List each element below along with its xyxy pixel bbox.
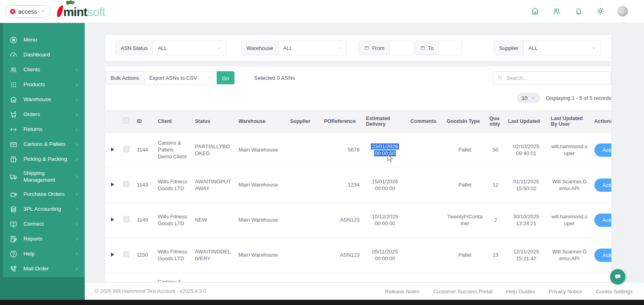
bulk-action-select[interactable]: Export ASNs to CSV [144,71,217,84]
row-checkbox[interactable] [123,181,130,187]
row-action-button[interactable]: Action [594,178,612,192]
sidebar-item-orders[interactable]: Orders [3,107,85,122]
mintsoft-logo[interactable]: mint soft [56,4,105,18]
reports-icon [9,235,18,243]
records-display-text: Displaying 1 - 5 of 5 records [546,95,611,101]
expand-row-icon[interactable] [111,147,114,151]
picking-icon [9,155,18,164]
table-row-partial: Cartons & [105,273,612,282]
sidebar-item-label: Menu [23,37,79,44]
home-icon[interactable] [530,6,540,16]
chevron-down-icon [592,46,597,51]
products-icon [9,81,18,89]
sidebar-item-purchase-orders[interactable]: Purchase Orders [3,187,85,202]
top-header-bar: access mint soft [0,0,644,23]
help-icon [9,250,18,258]
asn-status-select[interactable]: ALL [153,41,226,55]
page-size-select[interactable]: 10 [517,93,540,103]
warehouse-select[interactable]: ALL [278,41,346,55]
expand-row-icon[interactable] [111,183,114,187]
search-input[interactable] [506,75,607,81]
footer-link-privacy-notice[interactable]: Privacy Notice [549,288,582,295]
chevron-down-icon [337,46,342,51]
go-button[interactable]: Go [217,71,234,85]
date-to-label: To [415,41,439,55]
returns-icon [9,125,18,134]
notifications-bell-icon[interactable] [574,6,583,16]
supplier-filter: Supplier ALL [494,41,601,55]
sidebar-item-mail-order[interactable]: Mail Order [3,261,85,276]
brand-leaf-icon [66,1,74,6]
chevron-down-icon [217,46,222,51]
supplier-select[interactable]: ALL [524,41,601,55]
chevron-right-icon [74,207,79,212]
sidebar-item-label: Clients [23,66,69,73]
chat-widget-button[interactable] [610,269,625,284]
clients-icon [9,66,18,74]
sidebar-item-warehouse[interactable]: Warehouse [3,92,85,107]
chevron-right-icon [74,127,79,132]
row-action-button[interactable]: Action [594,214,612,227]
asn-status-filter: ASN Status ALL [115,41,226,55]
sidebar-item-picking-packing[interactable]: Picking & Packing [3,152,85,167]
sidebar-bottom-extension [0,277,85,300]
row-action-button[interactable]: Action [594,143,612,157]
chevron-down-icon [531,95,535,100]
sidebar-item-label: Help [23,251,69,257]
orders-icon [9,110,18,119]
footer-link-cookie-settings[interactable]: Cookie Settings [596,288,633,295]
asn-status-label: ASN Status [116,41,153,55]
sidebar-item-label: Reports [23,236,69,243]
sidebar-item-menu[interactable]: Menu [3,33,85,48]
sidebar-item-label: Purchase Orders [23,191,69,198]
users-icon[interactable] [552,6,562,16]
date-from-label: From [359,41,389,55]
select-all-checkbox[interactable] [123,117,130,124]
chevron-right-icon [74,68,79,73]
footer-links: Release Notes Customer Success Portal He… [385,288,633,295]
access-menu-dropdown[interactable]: access [5,5,51,18]
footer-link-release-notes[interactable]: Release Notes [385,288,419,295]
row-action-button[interactable]: Action [594,249,612,262]
footer-link-customer-success-portal[interactable]: Customer Success Portal [433,288,493,295]
mailorder-icon [9,265,18,273]
user-avatar[interactable] [617,6,628,17]
bulk-actions-group: Bulk Actions Export ASNs to CSV Go [105,71,235,85]
date-to-input[interactable] [439,41,461,55]
table-header-row: ID Client Status Warehouse Supplier PORe… [105,110,612,133]
brand-soft-text: soft [87,6,105,18]
sidebar-item-label: Orders [23,111,69,118]
settings-gear-icon[interactable] [596,6,605,16]
sidebar-item-clients[interactable]: Clients [3,62,85,77]
chevron-right-icon [74,98,79,102]
expand-row-icon[interactable] [111,253,114,257]
sidebar-item-products[interactable]: Products [3,77,85,92]
chat-icon [614,273,622,281]
sidebar-item-3pl-accounting[interactable]: 3PL Accounting [3,202,85,217]
warehouse-label: Warehouse [242,41,278,55]
sidebar-item-cartons-pallets[interactable]: Cartons & Pallets [3,137,85,152]
chevron-right-icon [74,142,79,147]
dashboard-icon [9,51,18,59]
sidebar-item-help[interactable]: Help [3,247,85,261]
sidebar-item-shipping-management[interactable]: Shipping Management [3,167,85,187]
date-from-input[interactable] [390,41,414,55]
chevron-right-icon [74,266,79,271]
row-checkbox[interactable] [123,146,130,152]
expand-row-icon[interactable] [111,218,114,222]
connect-icon [9,220,18,228]
chevron-right-icon [74,174,79,179]
sidebar-item-label: Cartons & Pallets [23,141,69,148]
row-checkbox[interactable] [123,251,130,257]
asn-table: ID Client Status Warehouse Supplier PORe… [105,110,612,282]
sidebar-item-reports[interactable]: Reports [3,232,85,247]
sidebar-item-returns[interactable]: Returns [3,122,85,137]
date-from-filter: From [359,41,414,55]
asn-table-container: ID Client Status Warehouse Supplier PORe… [105,110,612,282]
footer-link-help-guides[interactable]: Help Guides [506,288,535,295]
row-checkbox[interactable] [123,216,130,222]
sidebar-item-dashboard[interactable]: Dashboard [3,48,85,62]
calendar-icon [364,45,370,51]
brand-mint-text: mint [63,6,87,18]
sidebar-item-connect[interactable]: Connect [3,217,85,232]
